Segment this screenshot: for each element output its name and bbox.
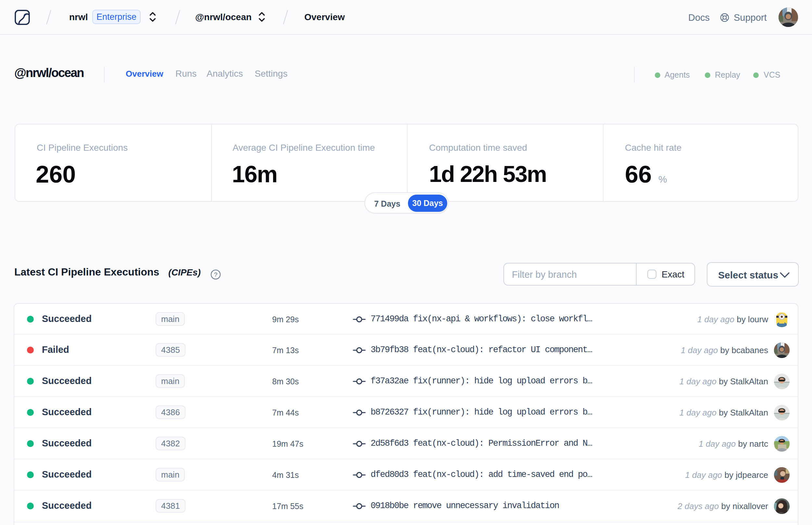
- svg-text:?: ?: [214, 271, 218, 278]
